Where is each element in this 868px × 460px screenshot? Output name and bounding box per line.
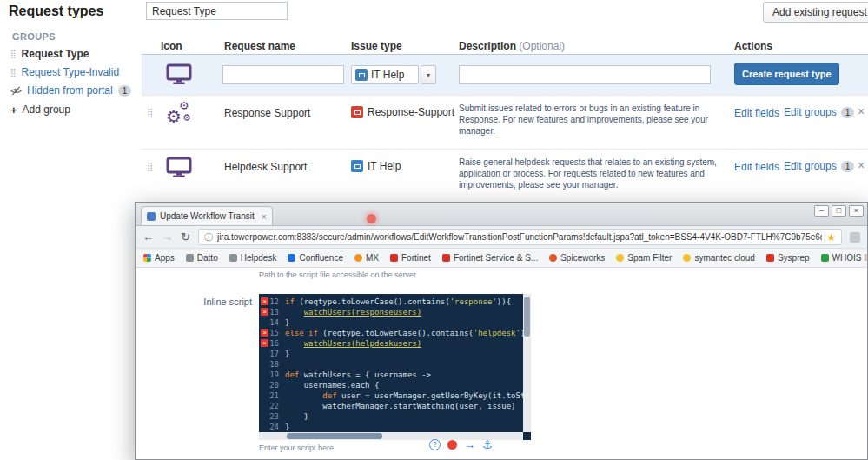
help-icon[interactable]: ?	[429, 439, 441, 450]
description-input[interactable]	[459, 65, 711, 84]
gears-icon: ⚙ ⚙ ⚙	[164, 99, 195, 127]
add-group-button[interactable]: + Add group	[10, 102, 70, 117]
bookmark-item[interactable]: Fortinet Service & S...	[442, 253, 538, 263]
line-gutter: 20	[259, 380, 285, 390]
col-header-issue-type: Issue type	[351, 40, 402, 52]
bookmark-label: MX	[366, 253, 379, 263]
code-line[interactable]: 23 }	[259, 411, 523, 422]
bookmark-item[interactable]: Fortinet	[390, 253, 431, 263]
sidebar-item-hidden-from-portal[interactable]: Hidden from portal 1	[10, 83, 131, 98]
close-button[interactable]: ×	[849, 205, 864, 217]
add-existing-request-type-button[interactable]: Add existing request type	[763, 2, 868, 23]
code-line[interactable]: 18	[259, 359, 523, 370]
issue-type-select[interactable]: IT Help	[351, 65, 419, 84]
anchor-icon[interactable]: ⚓	[482, 439, 493, 450]
drag-handle-icon[interactable]: ⣿	[147, 108, 153, 117]
monitor-icon	[166, 63, 192, 90]
issue-type-selected-value: IT Help	[371, 69, 404, 81]
info-icon[interactable]: ⓘ	[204, 231, 213, 243]
code-line[interactable]: ×12if (reqtype.toLowerCase().contains('r…	[259, 297, 523, 307]
drag-handle-icon[interactable]: ⣿	[147, 162, 153, 171]
sidebar-item-request-type-invalid[interactable]: ⣿ Request Type-Invalid	[10, 64, 119, 80]
code-line[interactable]: ×16 watchUsers(helpdeskusers)	[259, 338, 523, 349]
line-gutter: ×13	[259, 307, 285, 317]
extension-icon[interactable]	[850, 232, 860, 243]
col-header-icon: Icon	[161, 40, 182, 52]
code-line[interactable]: 24}	[259, 422, 523, 432]
bookmark-item[interactable]: Apps	[143, 253, 175, 263]
bookmark-item[interactable]: Spam Filter	[616, 253, 672, 263]
col-header-request-name: Request name	[224, 40, 295, 52]
scrollbar-thumb[interactable]	[524, 297, 530, 337]
record-icon[interactable]	[447, 440, 457, 450]
monitor-icon	[166, 157, 192, 183]
bookmarks-bar: AppsDattoHelpdeskConfluenceMXFortinetFor…	[136, 249, 867, 268]
line-gutter: 17	[259, 349, 285, 359]
code-line[interactable]: 19def watchUsers = { usernames ->	[259, 370, 523, 380]
line-number: 12	[269, 297, 279, 306]
code-line[interactable]: 17}	[259, 349, 523, 359]
line-number: 13	[269, 308, 279, 317]
scrollbar-thumb[interactable]	[287, 433, 382, 439]
code-line[interactable]: 21 def user = userManager.getUserByKey(i…	[259, 390, 523, 401]
remove-request-type-icon[interactable]: ×	[858, 158, 865, 172]
browser-content: Path to the script file accessible on th…	[136, 268, 867, 459]
code-editor[interactable]: ×12if (reqtype.toLowerCase().contains('r…	[259, 294, 531, 440]
groups-count-badge: 1	[841, 107, 855, 118]
code-text: if (reqtype.toLowerCase().contains('resp…	[285, 297, 523, 307]
drag-handle-icon[interactable]: ⣿	[10, 69, 17, 77]
line-number: 23	[269, 412, 279, 421]
sidebar-item-request-type[interactable]: ⣿ Request Type	[10, 46, 89, 62]
editor-vertical-scrollbar[interactable]	[523, 294, 531, 432]
tab-title: Update Workflow Transit	[160, 211, 257, 221]
bookmark-item[interactable]: symantec cloud	[683, 253, 754, 263]
plus-icon: +	[10, 103, 17, 117]
edit-groups-link[interactable]: Edit groups 1	[784, 160, 854, 172]
dropdown-arrow-icon[interactable]: ▾	[421, 65, 436, 84]
group-label: Request Type	[22, 48, 89, 60]
group-label: Hidden from portal	[27, 84, 113, 97]
code-line[interactable]: 14}	[259, 317, 523, 328]
code-line[interactable]: 20 usernames.each {	[259, 380, 523, 390]
minimize-button[interactable]: –	[814, 205, 829, 217]
arrow-icon[interactable]: →	[464, 439, 475, 450]
code-line[interactable]: 22 watcherManager.startWatching(user, is…	[259, 401, 523, 411]
tab-close-icon[interactable]: ×	[262, 211, 267, 222]
code-line[interactable]: ×15else if (reqtype.toLowerCase().contai…	[259, 328, 523, 338]
code-text: watchUsers(responseusers)	[285, 307, 523, 317]
drag-handle-icon[interactable]: ⣿	[10, 50, 17, 58]
refresh-icon[interactable]: ↻	[181, 231, 190, 243]
edit-fields-link[interactable]: Edit fields	[734, 107, 779, 119]
request-name-input[interactable]	[222, 65, 344, 84]
browser-tab[interactable]: Update Workflow Transit ×	[141, 206, 273, 225]
error-marker-icon: ×	[261, 308, 268, 316]
edit-fields-link[interactable]: Edit fields	[734, 161, 779, 173]
bookmark-star-icon[interactable]: ★	[826, 232, 836, 243]
browser-window: Update Workflow Transit × – □ × ← → ↻ ⓘ …	[135, 202, 868, 460]
bookmark-item[interactable]: Spiceworks	[549, 253, 605, 263]
forward-icon[interactable]: →	[162, 231, 173, 243]
bookmark-item[interactable]: Confluence	[288, 253, 343, 263]
line-gutter: 19	[259, 370, 285, 380]
create-request-type-button[interactable]: Create request type	[734, 63, 839, 85]
group-label: Request Type-Invalid	[22, 66, 120, 78]
bookmark-label: Fortinet Service & S...	[454, 253, 538, 263]
url-input[interactable]: ⓘ jira.towerpower.com:8383/secure/admin/…	[198, 229, 842, 245]
bookmark-label: symantec cloud	[694, 253, 754, 263]
bookmark-item[interactable]: Datto	[186, 253, 218, 263]
bookmark-item[interactable]: Sysprep	[766, 253, 810, 263]
code-line[interactable]: ×13 watchUsers(responseusers)	[259, 307, 523, 317]
bookmark-item[interactable]: MX	[354, 253, 379, 263]
line-gutter: 24	[259, 422, 285, 432]
col-header-description: Description (Optional)	[459, 40, 565, 52]
it-help-icon	[355, 69, 368, 81]
bookmark-item[interactable]: Helpdesk	[229, 253, 277, 263]
line-number: 14	[269, 318, 279, 327]
browser-titlebar[interactable]: Update Workflow Transit × – □ ×	[136, 203, 867, 226]
edit-groups-link[interactable]: Edit groups 1	[784, 106, 854, 118]
bookmark-item[interactable]: WHOIS IP Lookup T...	[821, 253, 867, 263]
back-icon[interactable]: ←	[142, 231, 154, 243]
remove-request-type-icon[interactable]: ×	[858, 104, 865, 118]
group-name-input[interactable]	[146, 2, 288, 20]
maximize-button[interactable]: □	[832, 205, 846, 217]
